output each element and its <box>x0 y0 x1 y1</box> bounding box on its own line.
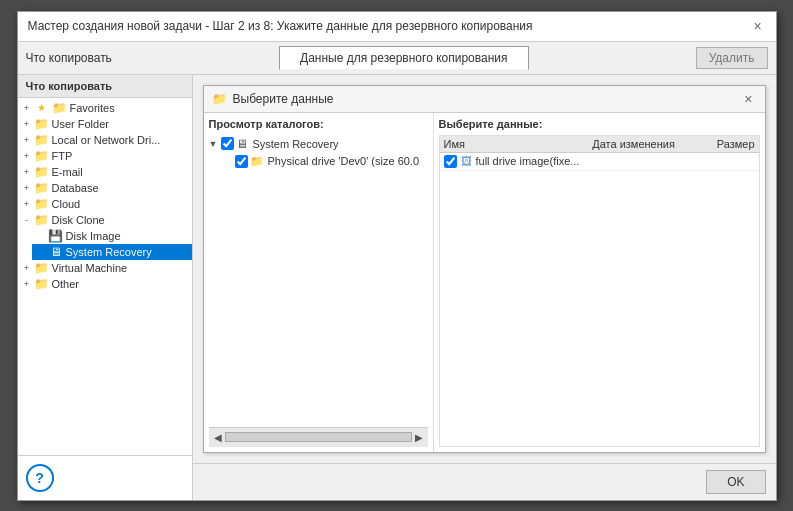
left-panel: Что копировать + ★ 📁 Favorites + 📁 User … <box>18 75 193 500</box>
col-size-header: Размер <box>685 138 754 150</box>
tree-item-email[interactable]: + 📁 E-mail <box>18 164 192 180</box>
ok-button[interactable]: OK <box>706 470 765 494</box>
tree-item-virtual-machine[interactable]: + 📁 Virtual Machine <box>18 260 192 276</box>
tree-label: User Folder <box>52 118 109 130</box>
tree-label: Virtual Machine <box>52 262 128 274</box>
expand-icon: + <box>20 261 34 275</box>
tree-item-system-recovery[interactable]: 🖥 System Recovery <box>32 244 192 260</box>
browse-item-system-recovery[interactable]: ▼ 🖥 System Recovery <box>209 135 428 153</box>
scrollbar-track[interactable] <box>225 432 412 442</box>
tree-item-favorites[interactable]: + ★ 📁 Favorites <box>18 100 192 116</box>
toolbar: Что копировать Данные для резервного коп… <box>18 42 776 75</box>
toolbar-left-label: Что копировать <box>26 51 112 65</box>
tree-item-disk-image[interactable]: 💾 Disk Image <box>32 228 192 244</box>
browse-checkbox-system-recovery[interactable] <box>221 137 234 150</box>
row-label: full drive image(fixe... <box>476 155 755 167</box>
browse-checkbox-physical-drive[interactable] <box>235 155 248 168</box>
left-panel-tree: + ★ 📁 Favorites + 📁 User Folder + 📁 Loca… <box>18 98 192 455</box>
folder-icon: 📁 <box>212 92 227 106</box>
pc-icon: 🖥 <box>236 137 248 151</box>
tree-label: Disk Image <box>66 230 121 242</box>
tree-label: Favorites <box>70 102 115 114</box>
sub-dialog: 📁 Выберите данные × Просмотр каталогов: … <box>203 85 766 453</box>
folder-icon: 📁 <box>34 197 50 211</box>
browse-header: Просмотр каталогов: <box>209 118 428 130</box>
help-button[interactable]: ? <box>26 464 54 492</box>
tab-backup-data[interactable]: Данные для резервного копирования <box>279 46 528 70</box>
image-icon: 🖼 <box>461 155 472 167</box>
expand-icon: + <box>20 117 34 131</box>
folder-icon: 📁 <box>34 149 50 163</box>
main-window: Мастер создания новой задачи - Шаг 2 из … <box>17 11 777 501</box>
expand-icon: + <box>20 165 34 179</box>
pc-icon: 🖥 <box>48 245 64 259</box>
tree-label-system-recovery: System Recovery <box>66 246 152 258</box>
sub-dialog-content: Просмотр каталогов: ▼ 🖥 System Recovery <box>204 113 765 452</box>
tree-label: Other <box>52 278 80 290</box>
tree-item-local-network[interactable]: + 📁 Local or Network Dri... <box>18 132 192 148</box>
tree-label: Local or Network Dri... <box>52 134 161 146</box>
browse-tree: ▼ 🖥 System Recovery 📁 Physical drive <box>209 135 428 427</box>
content-area: Что копировать + ★ 📁 Favorites + 📁 User … <box>18 75 776 500</box>
folder-icon: 📁 <box>34 261 50 275</box>
browse-panel: Просмотр каталогов: ▼ 🖥 System Recovery <box>204 113 434 452</box>
tree-item-user-folder[interactable]: + 📁 User Folder <box>18 116 192 132</box>
left-panel-header: Что копировать <box>18 75 192 98</box>
expand-icon <box>34 245 48 259</box>
tab-section: Данные для резервного копирования <box>120 46 688 70</box>
expand-icon: + <box>20 149 34 163</box>
data-table-header: Имя Дата изменения Размер <box>440 136 759 153</box>
window-close-button[interactable]: × <box>750 18 766 34</box>
window-title: Мастер создания новой задачи - Шаг 2 из … <box>28 19 533 33</box>
scroll-left-arrow[interactable]: ◀ <box>211 432 225 443</box>
expand-icon <box>34 229 48 243</box>
expand-icon: - <box>20 213 34 227</box>
sub-dialog-title-label: Выберите данные <box>233 92 334 106</box>
star-icon: ★ <box>34 101 50 115</box>
disk-icon: 💾 <box>48 229 64 243</box>
browse-label-physical-drive: Physical drive 'Dev0' (size 60.0 <box>268 155 420 167</box>
table-row[interactable]: 🖼 full drive image(fixe... <box>440 153 759 171</box>
expand-icon: + <box>20 277 34 291</box>
folder-icon: 📁 <box>34 213 50 227</box>
scroll-right-arrow[interactable]: ▶ <box>412 432 426 443</box>
data-panel: Выберите данные: Имя Дата изменения Разм… <box>434 113 765 452</box>
tree-label: FTP <box>52 150 73 162</box>
right-panel: 📁 Выберите данные × Просмотр каталогов: … <box>193 75 776 500</box>
sub-dialog-title-bar: 📁 Выберите данные × <box>204 86 765 113</box>
row-checkbox[interactable] <box>444 155 457 168</box>
tree-item-disk-clone[interactable]: - 📁 Disk Clone <box>18 212 192 228</box>
expand-icon: + <box>20 133 34 147</box>
tree-label: E-mail <box>52 166 83 178</box>
folder-icon: 📁 <box>34 133 50 147</box>
left-panel-bottom: ? <box>18 455 192 500</box>
folder-icon: 📁 <box>34 277 50 291</box>
data-table: Имя Дата изменения Размер 🖼 full drive i… <box>439 135 760 447</box>
bottom-bar: OK <box>193 463 776 500</box>
tree-item-ftp[interactable]: + 📁 FTP <box>18 148 192 164</box>
tree-label: Cloud <box>52 198 81 210</box>
col-date-header: Дата изменения <box>582 138 686 150</box>
sub-dialog-title-text: 📁 Выберите данные <box>212 92 334 106</box>
folder-icon: 📁 <box>34 165 50 179</box>
expand-icon: + <box>20 101 34 115</box>
browse-item-physical-drive[interactable]: 📁 Physical drive 'Dev0' (size 60.0 <box>231 153 428 170</box>
tree-item-other[interactable]: + 📁 Other <box>18 276 192 292</box>
tree-label: Disk Clone <box>52 214 105 226</box>
delete-button[interactable]: Удалить <box>696 47 768 69</box>
col-name-header: Имя <box>444 138 582 150</box>
sub-dialog-close-button[interactable]: × <box>740 91 756 107</box>
browse-label-system-recovery: System Recovery <box>252 138 338 150</box>
title-bar: Мастер создания новой задачи - Шаг 2 из … <box>18 12 776 42</box>
tree-item-database[interactable]: + 📁 Database <box>18 180 192 196</box>
folder-icon: 📁 <box>34 117 50 131</box>
browse-scrollbar: ◀ ▶ <box>209 427 428 447</box>
folder-icon: 📁 <box>34 181 50 195</box>
tree-label: Database <box>52 182 99 194</box>
data-header: Выберите данные: <box>439 118 760 130</box>
tree-item-cloud[interactable]: + 📁 Cloud <box>18 196 192 212</box>
expand-icon: + <box>20 181 34 195</box>
expand-icon: + <box>20 197 34 211</box>
tree-expand-icon: ▼ <box>209 139 218 149</box>
folder-icon: 📁 <box>250 155 264 168</box>
